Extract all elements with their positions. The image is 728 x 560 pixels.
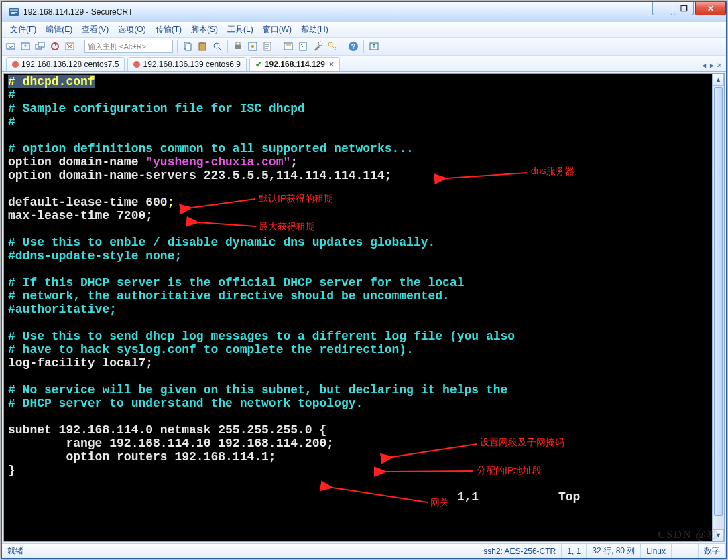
- menu-help[interactable]: 帮助(H): [297, 23, 332, 37]
- tab-nav: ◄ ► ✕: [701, 62, 722, 71]
- options-icon[interactable]: [247, 40, 259, 52]
- minimize-button[interactable]: ─: [652, 2, 672, 15]
- status-ready: 就绪: [2, 544, 29, 558]
- status-extra: 数字: [699, 544, 726, 558]
- tab-next-icon[interactable]: ►: [709, 62, 715, 69]
- status-os: Linux: [641, 544, 672, 558]
- reconnect-icon[interactable]: [49, 40, 61, 52]
- tab-close-icon[interactable]: ×: [329, 60, 334, 69]
- status-size: 32 行, 80 列: [587, 544, 641, 558]
- log-icon[interactable]: [261, 40, 274, 52]
- menu-file[interactable]: 文件(F): [6, 23, 40, 37]
- svg-rect-4: [7, 44, 15, 49]
- help-icon[interactable]: ?: [347, 40, 359, 52]
- terminal-content[interactable]: # dhcpd.conf # # Sample configuration fi…: [4, 74, 712, 541]
- menu-view[interactable]: 查看(V): [78, 23, 113, 37]
- tab-session-3[interactable]: ✔ 192.168.114.129 ×: [249, 57, 340, 71]
- watermark: CSDN @独: [658, 528, 719, 542]
- menu-transfer[interactable]: 传输(T): [151, 23, 186, 37]
- check-icon: ✔: [255, 60, 262, 69]
- sftp-icon[interactable]: [368, 40, 380, 52]
- quick-connect-icon[interactable]: [19, 40, 32, 52]
- annotation-gateway: 网关: [430, 497, 449, 509]
- title-bar[interactable]: 192.168.114.129 - SecureCRT ─ ❐ ✕: [2, 2, 726, 22]
- annotation-range: 分配的IP地址段: [477, 465, 542, 477]
- app-icon: [9, 7, 19, 17]
- print-icon[interactable]: [232, 40, 244, 52]
- tab-session-1[interactable]: 192.168.136.128 centos7.5: [6, 57, 125, 71]
- copy-icon[interactable]: [182, 40, 194, 52]
- terminal-pane[interactable]: # dhcpd.conf # # Sample configuration fi…: [3, 73, 725, 542]
- toolbar: 输入主机 <Alt+R> ?: [2, 37, 726, 56]
- svg-rect-12: [199, 43, 206, 50]
- window-title: 192.168.114.129 - SecureCRT: [23, 7, 133, 17]
- host-placeholder: 输入主机 <Alt+R>: [88, 42, 146, 52]
- svg-rect-3: [11, 13, 15, 14]
- scroll-thumb[interactable]: [714, 87, 723, 516]
- svg-point-18: [251, 45, 254, 48]
- svg-rect-16: [236, 42, 240, 45]
- annotation-max-lease: 最大获得租期: [259, 221, 315, 233]
- status-position: 1, 1: [562, 544, 587, 558]
- sessions-icon[interactable]: [34, 40, 46, 52]
- svg-rect-11: [186, 44, 191, 50]
- script-icon[interactable]: [297, 40, 309, 52]
- annotation-default-lease: 默认IP获得的租期: [259, 193, 333, 205]
- tab-close-all-icon[interactable]: ✕: [717, 62, 722, 69]
- annotation-subnet: 设置网段及子网掩码: [480, 437, 564, 449]
- status-dot-icon: [133, 61, 140, 68]
- close-button[interactable]: ✕: [695, 2, 726, 15]
- annotation-dns: dns服务器: [531, 165, 574, 178]
- scrollbar[interactable]: ▲ ▼: [712, 74, 724, 541]
- menu-script[interactable]: 脚本(S): [187, 23, 222, 37]
- key-icon[interactable]: [326, 40, 339, 52]
- find-icon[interactable]: [211, 40, 223, 52]
- menu-edit[interactable]: 编辑(E): [42, 23, 76, 37]
- svg-rect-13: [200, 42, 204, 44]
- scroll-up-icon[interactable]: ▲: [713, 74, 724, 86]
- svg-rect-15: [235, 45, 241, 49]
- status-bar: 就绪 ssh2: AES-256-CTR 1, 1 32 行, 80 列 Lin…: [2, 543, 726, 558]
- app-window: 192.168.114.129 - SecureCRT ─ ❐ ✕ 文件(F) …: [1, 1, 727, 559]
- host-input[interactable]: 输入主机 <Alt+R>: [84, 40, 173, 53]
- svg-text:?: ?: [351, 42, 356, 50]
- menu-bar: 文件(F) 编辑(E) 查看(V) 选项(O) 传输(T) 脚本(S) 工具(L…: [2, 22, 726, 37]
- svg-point-14: [214, 43, 219, 48]
- disconnect-icon[interactable]: [64, 40, 76, 52]
- menu-window[interactable]: 窗口(W): [259, 23, 296, 37]
- tab-label: 192.168.114.129: [265, 60, 325, 69]
- tab-bar: 192.168.136.128 centos7.5 192.168.136.13…: [2, 56, 726, 72]
- menu-tools[interactable]: 工具(L): [223, 23, 257, 37]
- tab-prev-icon[interactable]: ◄: [701, 62, 707, 69]
- status-dot-icon: [12, 61, 19, 68]
- menu-options[interactable]: 选项(O): [114, 23, 149, 37]
- svg-rect-7: [38, 42, 44, 47]
- svg-rect-20: [284, 43, 292, 50]
- tab-session-2[interactable]: 192.168.136.139 centos6.9: [127, 57, 246, 71]
- connect-icon[interactable]: [5, 40, 17, 52]
- svg-point-22: [318, 42, 322, 46]
- svg-rect-2: [11, 12, 17, 13]
- status-cipher: ssh2: AES-256-CTR: [478, 544, 562, 558]
- paste-icon[interactable]: [196, 40, 208, 52]
- tab-label: 192.168.136.128 centos7.5: [21, 60, 119, 69]
- maximize-button[interactable]: ❐: [674, 2, 694, 15]
- new-session-icon[interactable]: [282, 40, 294, 52]
- tab-label: 192.168.136.139 centos6.9: [143, 60, 240, 69]
- svg-rect-1: [10, 9, 18, 11]
- tools-icon[interactable]: [312, 40, 324, 52]
